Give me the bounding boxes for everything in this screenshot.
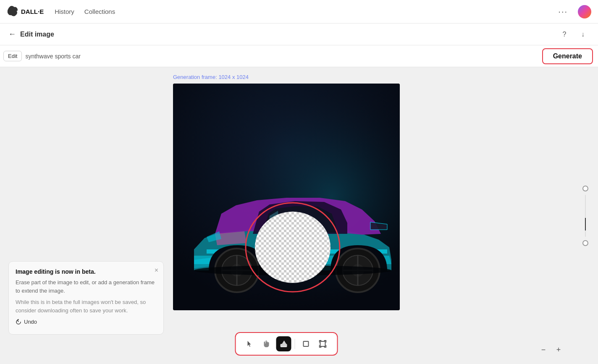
brush-size-slider [573, 67, 598, 364]
crop-icon [302, 340, 310, 348]
nav-collections[interactable]: Collections [80, 5, 119, 18]
back-button[interactable]: ← Edit image [8, 30, 54, 39]
info-text-1: Erase part of the image to edit, or add … [16, 278, 157, 295]
main-layout: Generation frame: 1024 x 1024 [0, 67, 598, 364]
hand-tool-button[interactable] [260, 336, 275, 351]
info-close-button[interactable]: × [155, 267, 158, 274]
svg-rect-26 [304, 341, 309, 346]
download-icon: ↓ [581, 31, 585, 38]
canvas-wrapper[interactable] [173, 84, 400, 310]
edit-badge: Edit [3, 51, 22, 61]
svg-rect-27 [320, 341, 325, 346]
canvas-image [173, 84, 400, 310]
logo[interactable]: DALL·E [7, 6, 44, 18]
cursor-icon [247, 340, 254, 348]
car-svg [173, 84, 400, 310]
svg-point-22 [255, 212, 330, 283]
more-menu-button[interactable]: ··· [555, 5, 571, 18]
zoom-in-button[interactable]: + [553, 344, 564, 356]
slider-bottom-handle[interactable] [582, 240, 588, 246]
help-icon: ? [563, 31, 567, 38]
edit-toolbar [235, 332, 338, 356]
select-tool-button[interactable] [243, 336, 258, 351]
help-button[interactable]: ? [558, 28, 571, 41]
sub-header: ← Edit image ? ↓ [0, 24, 598, 45]
slider-thumb [585, 218, 586, 230]
undo-label: Undo [24, 319, 37, 325]
back-arrow-icon: ← [8, 30, 16, 39]
expand-icon [319, 340, 327, 348]
frame-label: Generation frame: 1024 x 1024 [173, 74, 249, 80]
hand-icon [263, 340, 271, 348]
prompt-bar: Edit Generate [0, 45, 598, 67]
nav-history[interactable]: History [50, 5, 79, 18]
crop-tool-button[interactable] [299, 336, 314, 351]
prompt-input[interactable] [25, 53, 538, 60]
nav-links: History Collections [50, 5, 119, 18]
avatar[interactable] [578, 5, 591, 18]
zoom-out-button[interactable]: − [538, 344, 549, 356]
zoom-controls: − + [538, 344, 564, 356]
info-text-2: While this is in beta the full images wo… [16, 298, 157, 314]
download-button[interactable]: ↓ [576, 28, 590, 41]
slider-top-handle[interactable] [582, 186, 588, 191]
openai-logo-icon [7, 6, 18, 18]
eraser-tool-button[interactable] [276, 336, 291, 351]
beta-info-panel: × Image editing is now in beta. Erase pa… [8, 261, 164, 335]
page-title: Edit image [20, 31, 54, 38]
toolbar-divider [295, 339, 295, 349]
brand-label: DALL·E [21, 8, 44, 15]
expand-tool-button[interactable] [315, 336, 330, 351]
header-actions: ? ↓ [558, 28, 590, 41]
slider-track[interactable] [585, 195, 586, 237]
eraser-icon [280, 340, 288, 348]
svg-rect-25 [281, 346, 287, 347]
info-title: Image editing is now in beta. [16, 268, 157, 275]
generate-button[interactable]: Generate [542, 48, 593, 64]
undo-button[interactable]: Undo [16, 316, 37, 327]
top-nav: DALL·E History Collections ··· [0, 0, 598, 24]
undo-icon [16, 319, 21, 325]
